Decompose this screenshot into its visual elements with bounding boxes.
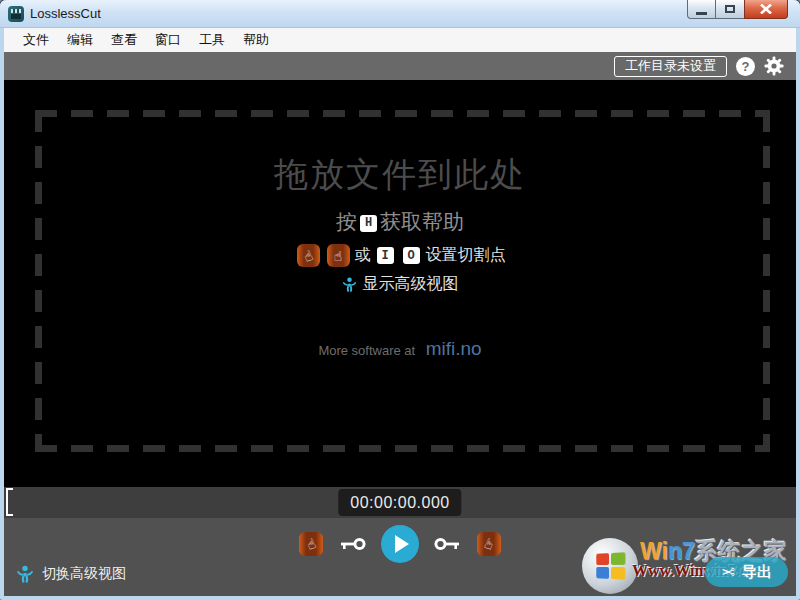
set-cut-start-button[interactable]: ☝: [297, 244, 320, 267]
more-software-text: More software at: [318, 343, 415, 358]
drop-title: 拖放文件到此处: [4, 152, 796, 198]
help-button[interactable]: ?: [736, 57, 755, 76]
maximize-button[interactable]: [716, 0, 744, 19]
dashed-border-top: [35, 110, 770, 117]
minimize-icon: [696, 12, 707, 15]
menu-edit[interactable]: 编辑: [58, 28, 102, 52]
mifi-credit: More software at mifi.no: [4, 338, 796, 360]
jump-cut-start-button[interactable]: ☝: [299, 532, 323, 556]
close-icon: [760, 4, 772, 14]
help-hint: 按H获取帮助: [4, 208, 796, 236]
video-drop-zone[interactable]: 拖放文件到此处 按H获取帮助 ☝ ☝ 或 I O 设置切割点: [4, 80, 796, 487]
timeline[interactable]: 00:00:00.000: [4, 487, 796, 518]
advanced-view-text: 显示高级视图: [363, 274, 459, 295]
menu-file[interactable]: 文件: [14, 28, 58, 52]
top-toolbar: 工作目录未设置 ?: [4, 52, 796, 80]
baby-icon: [16, 565, 34, 583]
keycap-o: O: [403, 247, 420, 264]
app-window: LosslessCut 文件 编辑 查看 窗口 工具 帮助 工作目录未设置 ?: [0, 0, 800, 600]
dashed-border-bottom: [35, 445, 770, 452]
keycap-h: H: [360, 215, 377, 232]
key-right-icon[interactable]: [434, 537, 460, 551]
hand-point-up-icon: ☝: [334, 249, 343, 263]
maximize-icon: [725, 5, 735, 13]
bottom-controls: ☝ ☝: [4, 518, 796, 596]
show-advanced-view-link[interactable]: 显示高级视图: [4, 274, 796, 295]
toggle-advanced-label: 切换高级视图: [42, 565, 126, 583]
settings-gear-icon[interactable]: [764, 56, 784, 76]
app-icon: [8, 6, 24, 22]
toggle-advanced-view[interactable]: 切换高级视图: [16, 565, 126, 583]
help-suffix: 获取帮助: [380, 210, 464, 233]
help-prefix: 按: [336, 210, 357, 233]
set-cut-text: 设置切割点: [426, 245, 506, 266]
export-label: 导出: [742, 563, 772, 582]
jump-cut-end-button[interactable]: ☝: [477, 532, 501, 556]
keycap-i: I: [377, 247, 394, 264]
menu-bar: 文件 编辑 查看 窗口 工具 帮助: [4, 28, 796, 52]
playback-controls: ☝ ☝: [4, 525, 796, 563]
playhead-bracket[interactable]: [6, 488, 13, 516]
dropzone-hints: 拖放文件到此处 按H获取帮助 ☝ ☝ 或 I O 设置切割点: [4, 152, 796, 295]
mifi-link[interactable]: mifi.no: [426, 338, 482, 359]
play-button[interactable]: [381, 525, 419, 563]
window-title: LosslessCut: [30, 6, 101, 21]
hand-point-up-icon: ☝: [482, 536, 495, 552]
scissors-icon: ✂: [721, 562, 735, 582]
export-button[interactable]: ✂ 导出: [705, 557, 788, 587]
or-text: 或: [355, 245, 371, 266]
menu-help[interactable]: 帮助: [234, 28, 278, 52]
set-cut-end-button[interactable]: ☝: [327, 244, 350, 267]
key-left-icon[interactable]: [340, 537, 366, 551]
title-bar[interactable]: LosslessCut: [0, 0, 800, 28]
window-controls: [687, 0, 788, 19]
play-icon: [395, 535, 409, 553]
cutpoint-hint: ☝ ☝ 或 I O 设置切割点: [4, 244, 796, 267]
hand-point-up-icon: ☝: [301, 247, 314, 263]
working-directory-button[interactable]: 工作目录未设置: [614, 56, 727, 77]
baby-icon: [342, 277, 357, 292]
menu-tools[interactable]: 工具: [190, 28, 234, 52]
menu-window[interactable]: 窗口: [146, 28, 190, 52]
minimize-button[interactable]: [687, 0, 716, 19]
hand-point-up-icon: ☝: [304, 536, 317, 552]
timecode-display[interactable]: 00:00:00.000: [338, 489, 461, 516]
menu-view[interactable]: 查看: [102, 28, 146, 52]
close-button[interactable]: [744, 0, 788, 19]
